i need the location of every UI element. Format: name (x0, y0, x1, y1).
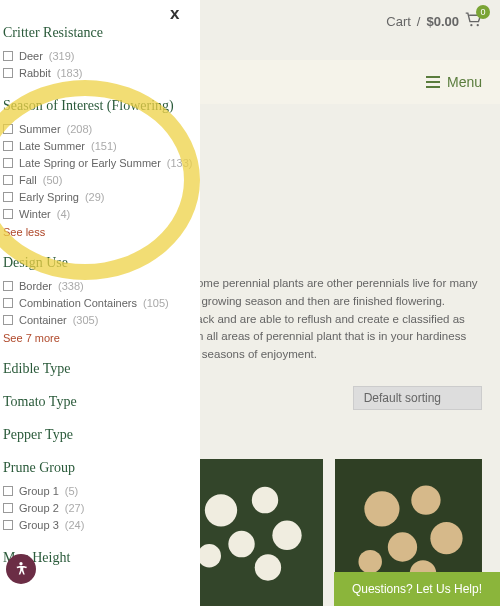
checkbox-icon[interactable] (3, 158, 13, 168)
filter-option[interactable]: Summer (208) (3, 120, 194, 137)
filter-option[interactable]: Early Spring (29) (3, 188, 194, 205)
checkbox-icon[interactable] (3, 486, 13, 496)
filter-season-of-interest: Season of Interest (Flowering) Summer (2… (3, 98, 194, 238)
filter-option[interactable]: Container (305) (3, 311, 194, 328)
filter-option[interactable]: Late Spring or Early Summer (133) (3, 154, 194, 171)
filter-option[interactable]: Group 2 (27) (3, 499, 194, 516)
svg-point-15 (197, 544, 220, 567)
svg-point-24 (19, 562, 22, 565)
checkbox-icon[interactable] (3, 51, 13, 61)
filter-title: Critter Resistance (3, 25, 194, 41)
svg-point-14 (228, 531, 254, 557)
cart-sep: / (417, 14, 421, 29)
filter-pepper-type: Pepper Type (3, 427, 194, 443)
svg-point-12 (251, 487, 277, 513)
cart-icon: 0 (465, 12, 482, 30)
hamburger-icon (426, 76, 440, 88)
filter-option[interactable]: Group 3 (24) (3, 516, 194, 533)
svg-point-0 (470, 24, 472, 26)
filter-design-use: Design Use Border (338) Combination Cont… (3, 255, 194, 344)
filter-critter-resistance: Critter Resistance Deer (319) Rabbit (18… (3, 25, 194, 81)
filter-title: Edible Type (3, 361, 194, 377)
checkbox-icon[interactable] (3, 520, 13, 530)
filter-title: Prune Group (3, 460, 194, 476)
checkbox-icon[interactable] (3, 298, 13, 308)
svg-point-1 (477, 24, 479, 26)
filter-tomato-type: Tomato Type (3, 394, 194, 410)
checkbox-icon[interactable] (3, 209, 13, 219)
checkbox-icon[interactable] (3, 192, 13, 202)
cart-badge: 0 (476, 5, 490, 19)
checkbox-icon[interactable] (3, 315, 13, 325)
menu-button[interactable]: Menu (426, 74, 482, 90)
sort-dropdown[interactable]: Default sorting (353, 386, 482, 410)
svg-point-19 (412, 485, 441, 514)
filter-option[interactable]: Late Summer (151) (3, 137, 194, 154)
filter-prune-group: Prune Group Group 1 (5) Group 2 (27) Gro… (3, 460, 194, 533)
cart-link[interactable]: Cart / $0.00 0 (386, 12, 482, 30)
accessibility-icon (12, 560, 30, 578)
svg-point-21 (388, 532, 417, 561)
help-button[interactable]: Questions? Let Us Help! (334, 572, 500, 606)
checkbox-icon[interactable] (3, 124, 13, 134)
checkbox-icon[interactable] (3, 175, 13, 185)
cart-label: Cart (386, 14, 411, 29)
filter-option[interactable]: Combination Containers (105) (3, 294, 194, 311)
checkbox-icon[interactable] (3, 281, 13, 291)
close-icon[interactable]: x (170, 4, 179, 24)
filter-option[interactable]: Group 1 (5) (3, 482, 194, 499)
svg-point-20 (431, 522, 463, 554)
checkbox-icon[interactable] (3, 503, 13, 513)
svg-point-16 (254, 554, 280, 580)
svg-point-11 (205, 494, 237, 526)
filter-option[interactable]: Fall (50) (3, 171, 194, 188)
filter-edible-type: Edible Type (3, 361, 194, 377)
menu-label: Menu (447, 74, 482, 90)
filter-title: Season of Interest (Flowering) (3, 98, 194, 114)
see-more-link[interactable]: See 7 more (3, 332, 194, 344)
accessibility-button[interactable] (6, 554, 36, 584)
filter-option[interactable]: Border (338) (3, 277, 194, 294)
checkbox-icon[interactable] (3, 141, 13, 151)
filter-sidebar: x Critter Resistance Deer (319) Rabbit (… (0, 0, 200, 606)
svg-point-13 (272, 521, 301, 550)
checkbox-icon[interactable] (3, 68, 13, 78)
filter-option[interactable]: Rabbit (183) (3, 64, 194, 81)
filter-title: Tomato Type (3, 394, 194, 410)
filter-title: Pepper Type (3, 427, 194, 443)
filter-title: Design Use (3, 255, 194, 271)
filter-option[interactable]: Winter (4) (3, 205, 194, 222)
svg-point-18 (365, 491, 400, 526)
see-less-link[interactable]: See less (3, 226, 194, 238)
svg-point-22 (359, 550, 382, 573)
cart-amount: $0.00 (426, 14, 459, 29)
filter-option[interactable]: Deer (319) (3, 47, 194, 64)
